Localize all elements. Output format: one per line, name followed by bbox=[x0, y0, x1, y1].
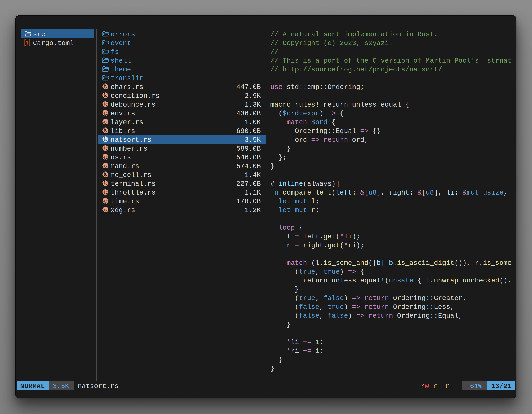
svg-text:R: R bbox=[104, 190, 107, 194]
svg-text:R: R bbox=[104, 93, 107, 97]
svg-text:R: R bbox=[104, 120, 107, 124]
svg-text:R: R bbox=[104, 111, 107, 115]
svg-text:R: R bbox=[104, 102, 107, 106]
svg-text:R: R bbox=[104, 208, 107, 212]
svg-text:R: R bbox=[104, 173, 107, 176]
svg-text:R: R bbox=[104, 199, 107, 203]
svg-text:R: R bbox=[104, 128, 107, 133]
svg-text:R: R bbox=[104, 146, 107, 150]
svg-text:R: R bbox=[104, 181, 107, 185]
svg-text:R: R bbox=[104, 137, 107, 141]
svg-text:R: R bbox=[104, 85, 107, 88]
svg-text:R: R bbox=[104, 164, 107, 168]
svg-text:R: R bbox=[104, 155, 107, 159]
